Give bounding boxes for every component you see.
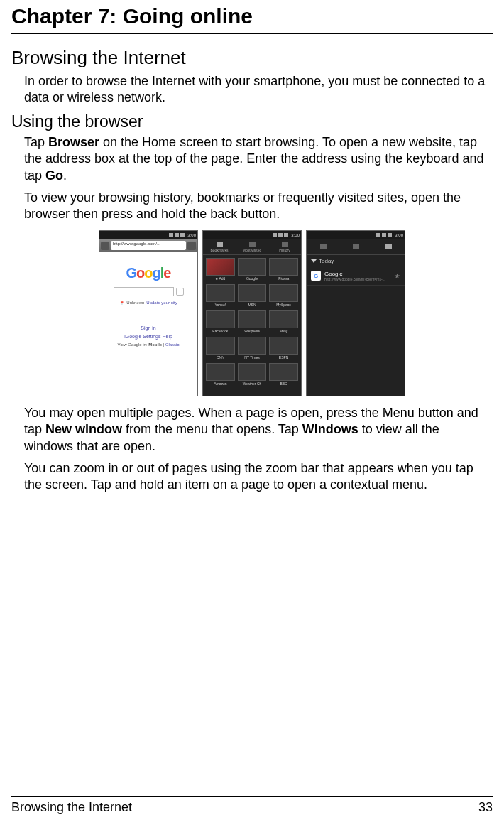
history-section-header: Today xyxy=(307,255,405,267)
tab-most-visited xyxy=(339,239,372,254)
paragraph-1: Tap Browser on the Home screen to start … xyxy=(24,134,486,184)
paragraph-4: You can zoom in or out of pages using th… xyxy=(24,460,486,494)
thumb xyxy=(206,310,235,328)
signal-icon xyxy=(273,233,277,237)
screenshot-browser: 3:00 http://www.google.com/... Google 📍 … xyxy=(99,230,198,396)
google-page: Google 📍 Unknown Update your city Sign i… xyxy=(99,252,197,396)
cell-label: Weather Ch xyxy=(238,381,267,386)
location-action: Update your city xyxy=(146,301,177,305)
cell-label: MSN xyxy=(238,302,267,308)
wifi-icon xyxy=(382,233,386,237)
page-number: 33 xyxy=(478,800,493,815)
location-label: 📍 xyxy=(119,301,124,305)
grid-cell: Facebook xyxy=(206,310,235,334)
thumb xyxy=(206,363,235,381)
grid-cell: ★ Add xyxy=(206,258,235,281)
screenshot-row: 3:00 http://www.google.com/... Google 📍 … xyxy=(11,230,493,396)
thumb xyxy=(238,337,267,355)
signin-link: Sign in xyxy=(99,325,197,330)
bookmark-grid: ★ Add Google Picasa Yahoo! MSN MySpace F… xyxy=(203,255,301,389)
chapter-title: Chapter 7: Going online xyxy=(11,0,493,34)
history-item: G Google http://www.google.com/m?client=… xyxy=(307,267,405,286)
history-url: http://www.google.com/m?client=ms-... xyxy=(324,277,390,281)
grid-cell: CNN xyxy=(206,337,235,360)
tab-most-visited: Most visited xyxy=(236,239,268,254)
clock-icon xyxy=(385,244,392,249)
wifi-icon xyxy=(278,233,283,237)
thumb xyxy=(238,363,267,381)
thumb xyxy=(206,284,235,302)
battery-icon xyxy=(284,233,288,237)
cell-label: Picasa xyxy=(269,276,298,281)
tab-bookmarks: Bookmarks xyxy=(203,239,236,254)
star-icon xyxy=(353,244,359,249)
bold-new-window: New window xyxy=(45,422,122,436)
thumb xyxy=(269,258,298,276)
cell-label: MySpace xyxy=(269,302,298,308)
favicon: G xyxy=(311,271,321,281)
signal-icon xyxy=(376,233,380,237)
history-tabs xyxy=(307,239,405,255)
mic-icon xyxy=(176,288,184,296)
grid-cell: Weather Ch xyxy=(238,363,267,386)
cell-label: Yahoo! xyxy=(206,302,235,308)
grid-cell: Yahoo! xyxy=(206,284,235,308)
bold-go: Go xyxy=(45,168,63,183)
google-logo: Google xyxy=(99,265,197,281)
footer-links: iGoogle Settings Help xyxy=(99,334,197,339)
thumb xyxy=(269,337,298,355)
grid-cell: Google xyxy=(238,258,267,281)
cell-label: Amazon xyxy=(206,381,235,386)
star-icon xyxy=(249,242,256,247)
tab-history: History xyxy=(268,239,301,254)
page-icon xyxy=(101,242,109,250)
battery-icon xyxy=(388,233,392,237)
search-box xyxy=(114,287,174,296)
page-footer: Browsing the Internet 33 xyxy=(11,796,493,815)
text: . xyxy=(63,168,67,183)
clock: 3:00 xyxy=(291,233,300,237)
subsection-title: Using the browser xyxy=(11,112,493,131)
cell-label: eBay xyxy=(269,328,298,334)
thumb xyxy=(238,284,267,302)
grid-cell: MySpace xyxy=(269,284,298,308)
grid-cell: ESPN xyxy=(269,337,298,360)
status-bar: 3:00 xyxy=(203,231,301,239)
clock: 3:00 xyxy=(187,233,196,237)
battery-icon xyxy=(180,233,185,237)
view-mode-line: View Google in: Mobile | Classic xyxy=(99,342,197,347)
footer-section-name: Browsing the Internet xyxy=(11,800,132,815)
section-title: Browsing the Internet xyxy=(11,47,493,69)
grid-cell: Amazon xyxy=(206,363,235,386)
grid-cell: BBC xyxy=(269,363,298,386)
text: from the menu that opens. Tap xyxy=(122,422,302,436)
thumb xyxy=(206,337,235,355)
bold-browser: Browser xyxy=(48,135,99,149)
bookmark-icon xyxy=(320,244,327,249)
location-value: Unknown xyxy=(126,301,144,305)
clock: 3:00 xyxy=(395,233,403,237)
screenshot-history: 3:00 Today G Google http://www.google.co… xyxy=(306,230,405,396)
cell-label: ESPN xyxy=(269,355,298,360)
cell-label: BBC xyxy=(269,381,298,386)
tab-bookmarks xyxy=(307,239,339,254)
url-bar: http://www.google.com/... xyxy=(99,239,197,252)
grid-cell: Wikipedia xyxy=(238,310,267,334)
thumb xyxy=(269,363,298,381)
cell-label: CNN xyxy=(206,355,235,360)
grid-cell: Picasa xyxy=(269,258,298,281)
thumb xyxy=(269,284,298,302)
bookmark-star-icon: ★ xyxy=(394,272,400,280)
bookmark-tabs: Bookmarks Most visited History xyxy=(203,239,301,255)
url-field: http://www.google.com/... xyxy=(111,241,186,250)
cell-label: Google xyxy=(238,276,267,281)
status-bar: 3:00 xyxy=(99,231,197,239)
thumb xyxy=(238,258,267,276)
grid-cell: MSN xyxy=(238,284,267,308)
paragraph-3: You may open multiple pages. When a page… xyxy=(24,405,486,455)
thumb xyxy=(206,258,235,276)
text: Tap xyxy=(24,135,48,149)
signal-icon xyxy=(169,233,173,237)
stop-icon xyxy=(187,242,196,250)
cell-label: NY Times xyxy=(238,355,267,360)
